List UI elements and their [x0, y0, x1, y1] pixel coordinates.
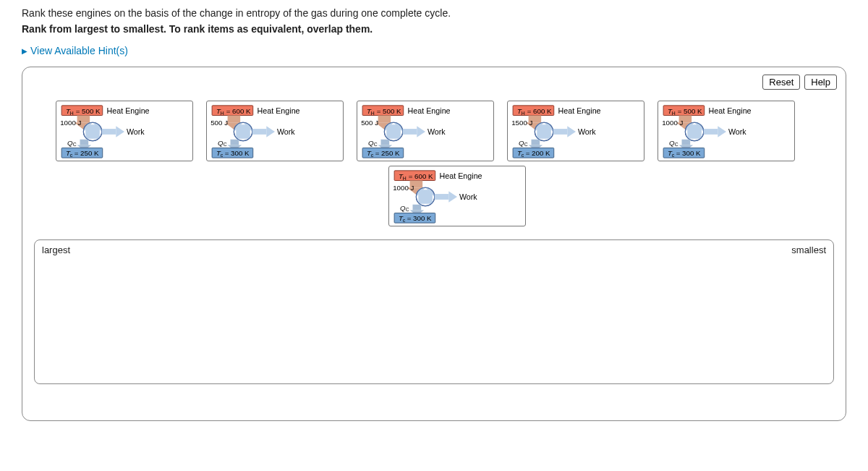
- svg-text:500 J: 500 J: [361, 119, 378, 127]
- svg-text:= 250 K: = 250 K: [375, 149, 400, 157]
- view-hints-link[interactable]: ▶ View Available Hint(s): [22, 45, 846, 56]
- ranking-drop-zone[interactable]: largest smallest: [34, 239, 834, 384]
- svg-text:Q: Q: [368, 139, 374, 147]
- svg-text:C: C: [675, 142, 678, 147]
- svg-rect-124: [413, 205, 422, 211]
- drop-label-smallest: smallest: [791, 245, 826, 255]
- rank-instruction: Rank from largest to smallest. To rank i…: [22, 23, 846, 35]
- engine-card-5[interactable]: T H = 500 K Heat Engine 1000 J Work Q C …: [658, 101, 795, 161]
- svg-text:500 J: 500 J: [210, 119, 228, 127]
- svg-rect-27: [228, 116, 241, 123]
- svg-text:= 200 K: = 200 K: [526, 149, 550, 157]
- svg-text:Q: Q: [400, 204, 406, 212]
- svg-text:c: c: [522, 153, 524, 158]
- engine-card-3[interactable]: T H = 500 K Heat Engine 500 J Work Q C T…: [357, 101, 494, 161]
- svg-text:1500 J: 1500 J: [511, 119, 532, 127]
- svg-text:Q: Q: [218, 139, 224, 147]
- svg-rect-14: [80, 140, 89, 145]
- svg-rect-11: [102, 129, 116, 135]
- svg-text:= 300 K: = 300 K: [407, 214, 432, 222]
- svg-marker-100: [718, 126, 726, 137]
- svg-text:= 600 K: = 600 K: [527, 107, 552, 115]
- svg-rect-77: [553, 129, 568, 135]
- ranking-widget: Reset Help T H = 500 K Heat Engine 1000 …: [22, 67, 846, 421]
- question-text: Rank these engines on the basis of the c…: [22, 7, 846, 19]
- svg-rect-53: [386, 124, 401, 139]
- svg-text:= 500 K: = 500 K: [76, 107, 101, 115]
- svg-text:H: H: [221, 111, 224, 116]
- svg-text:Work: Work: [459, 192, 477, 201]
- svg-text:= 600 K: = 600 K: [226, 107, 251, 115]
- heat-engine-diagram: T H = 600 K Heat Engine 500 J Work Q C T…: [207, 101, 343, 161]
- svg-text:Heat Engine: Heat Engine: [709, 106, 752, 115]
- svg-rect-121: [435, 194, 449, 200]
- engine-card-4[interactable]: T H = 600 K Heat Engine 1500 J Work Q C …: [507, 101, 644, 161]
- svg-text:Work: Work: [578, 127, 596, 136]
- svg-text:C: C: [524, 142, 528, 147]
- svg-rect-49: [378, 116, 391, 123]
- engine-card-1[interactable]: T H = 500 K Heat Engine 1000 J Work Q C …: [56, 101, 193, 161]
- heat-engine-diagram: T H = 600 K Heat Engine 1000 J Work Q C …: [389, 166, 525, 226]
- help-button[interactable]: Help: [804, 75, 837, 90]
- hints-label: View Available Hint(s): [30, 45, 128, 56]
- svg-text:c: c: [70, 153, 73, 158]
- svg-text:Heat Engine: Heat Engine: [408, 106, 451, 115]
- engine-card-2[interactable]: T H = 600 K Heat Engine 500 J Work Q C T…: [206, 101, 344, 161]
- svg-text:= 500 K: = 500 K: [678, 107, 702, 115]
- svg-text:H: H: [403, 176, 407, 181]
- svg-text:c: c: [371, 153, 374, 158]
- heat-engine-diagram: T H = 500 K Heat Engine 1000 J Work Q C …: [658, 101, 794, 161]
- chevron-right-icon: ▶: [22, 47, 27, 55]
- svg-text:Heat Engine: Heat Engine: [558, 106, 601, 115]
- svg-rect-9: [85, 124, 100, 139]
- reset-button[interactable]: Reset: [762, 75, 800, 90]
- svg-text:1000 J: 1000 J: [60, 119, 81, 127]
- svg-text:1000 J: 1000 J: [662, 119, 683, 127]
- svg-rect-80: [532, 140, 540, 145]
- svg-text:Q: Q: [519, 139, 524, 147]
- svg-rect-119: [418, 190, 433, 204]
- svg-text:1000 J: 1000 J: [393, 184, 414, 192]
- svg-text:C: C: [374, 142, 378, 147]
- svg-text:Work: Work: [277, 127, 295, 136]
- svg-rect-33: [252, 129, 267, 135]
- svg-marker-122: [448, 191, 457, 203]
- svg-text:= 300 K: = 300 K: [676, 149, 701, 157]
- svg-marker-34: [266, 126, 275, 137]
- svg-text:c: c: [403, 218, 406, 223]
- svg-marker-56: [417, 126, 425, 137]
- svg-text:H: H: [672, 111, 676, 116]
- svg-rect-31: [236, 124, 250, 139]
- svg-text:H: H: [371, 111, 375, 116]
- heat-engine-diagram: T H = 600 K Heat Engine 1500 J Work Q C …: [508, 101, 644, 161]
- svg-text:c: c: [672, 153, 675, 158]
- svg-text:Heat Engine: Heat Engine: [258, 106, 300, 115]
- svg-rect-36: [231, 140, 239, 145]
- svg-rect-55: [403, 129, 417, 135]
- svg-text:Heat Engine: Heat Engine: [107, 106, 150, 115]
- svg-text:H: H: [522, 111, 525, 116]
- svg-text:Work: Work: [427, 127, 446, 136]
- svg-rect-99: [704, 129, 718, 135]
- drop-label-largest: largest: [42, 245, 70, 255]
- svg-text:Q: Q: [67, 139, 73, 147]
- heat-engine-diagram: T H = 500 K Heat Engine 1000 J Work Q C …: [56, 101, 192, 161]
- svg-rect-58: [381, 140, 390, 145]
- svg-text:c: c: [221, 153, 224, 158]
- svg-text:C: C: [224, 142, 227, 147]
- heat-engine-diagram: T H = 500 K Heat Engine 500 J Work Q C T…: [357, 101, 493, 161]
- svg-rect-97: [687, 124, 702, 139]
- svg-text:= 300 K: = 300 K: [225, 149, 250, 157]
- svg-text:Work: Work: [728, 127, 746, 136]
- svg-text:H: H: [70, 111, 74, 116]
- svg-text:Work: Work: [127, 127, 145, 136]
- svg-rect-102: [682, 140, 691, 145]
- svg-text:C: C: [406, 207, 409, 212]
- svg-text:Q: Q: [669, 139, 675, 147]
- svg-text:= 250 K: = 250 K: [75, 149, 99, 157]
- svg-marker-78: [567, 126, 576, 137]
- svg-text:C: C: [73, 142, 77, 147]
- svg-text:= 600 K: = 600 K: [409, 172, 433, 180]
- engine-card-6[interactable]: T H = 600 K Heat Engine 1000 J Work Q C …: [388, 166, 526, 226]
- svg-text:Heat Engine: Heat Engine: [440, 171, 482, 180]
